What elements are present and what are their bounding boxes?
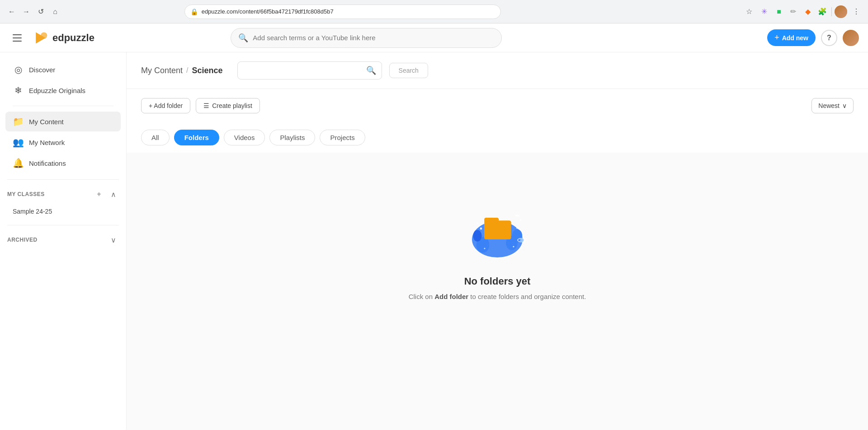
global-search-icon: 🔍 bbox=[238, 33, 248, 43]
my-classes-actions: + ∧ bbox=[94, 189, 119, 200]
discover-label: Discover bbox=[29, 66, 55, 74]
svg-point-6 bbox=[473, 230, 481, 242]
breadcrumb-current: Science bbox=[192, 66, 223, 75]
add-folder-button[interactable]: + Add folder bbox=[141, 98, 190, 113]
hamburger-button[interactable] bbox=[9, 30, 25, 46]
browser-nav-buttons: ← → ↺ ⌂ bbox=[5, 5, 61, 18]
hamburger-icon bbox=[13, 34, 22, 42]
empty-title: No folders yet bbox=[464, 276, 531, 287]
sidebar-divider-2 bbox=[7, 179, 119, 180]
sidebar-item-my-network[interactable]: 👥 My Network bbox=[5, 132, 121, 152]
help-button[interactable]: ? bbox=[821, 30, 837, 46]
add-new-button[interactable]: + Add new bbox=[767, 29, 816, 46]
create-playlist-label: Create playlist bbox=[212, 102, 252, 109]
bookmark-button[interactable]: ☆ bbox=[743, 5, 755, 18]
home-button[interactable]: ⌂ bbox=[49, 5, 61, 18]
compass-icon: ◎ bbox=[13, 64, 24, 75]
content-header: My Content / Science 🔍 Search bbox=[127, 52, 868, 89]
sort-dropdown[interactable]: Newest ∨ bbox=[811, 98, 854, 113]
archived-section[interactable]: ARCHIVED ∨ bbox=[0, 231, 126, 249]
create-playlist-button[interactable]: ☰ Create playlist bbox=[196, 98, 260, 113]
filter-tab-playlists[interactable]: Playlists bbox=[269, 130, 315, 145]
back-button[interactable]: ← bbox=[5, 5, 18, 18]
filter-tabs: All Folders Videos Playlists Projects bbox=[127, 122, 868, 153]
my-classes-title: MY CLASSES bbox=[7, 191, 45, 197]
empty-description: Click on Add folder to create folders an… bbox=[409, 293, 586, 300]
sidebar-item-notifications[interactable]: 🔔 Notifications bbox=[5, 153, 121, 173]
svg-text:★: ★ bbox=[519, 218, 522, 222]
svg-point-16 bbox=[520, 238, 524, 242]
breadcrumb-separator: / bbox=[186, 66, 188, 75]
nav-actions: + Add new ? bbox=[767, 29, 859, 46]
archived-title: ARCHIVED bbox=[7, 237, 38, 243]
logo[interactable]: edpuzzle bbox=[33, 30, 94, 46]
originals-label: Edpuzzle Originals bbox=[29, 87, 85, 94]
page-content: My Content / Science 🔍 Search + Add fold… bbox=[127, 52, 868, 430]
user-avatar[interactable] bbox=[843, 30, 859, 46]
breadcrumb: My Content / Science bbox=[141, 66, 223, 75]
global-search[interactable]: 🔍 bbox=[231, 28, 502, 48]
url-text: edpuzzle.com/content/66f5ba472179df1fc80… bbox=[202, 8, 495, 15]
browser-actions: ☆ ✳ ■ ✏ ◆ 🧩 ⋮ bbox=[743, 5, 863, 18]
filter-tab-projects[interactable]: Projects bbox=[320, 130, 365, 145]
svg-text:✦: ✦ bbox=[476, 221, 479, 226]
expand-archived-button[interactable]: ∨ bbox=[108, 234, 119, 245]
plus-icon: + bbox=[774, 33, 779, 42]
ext-orange[interactable]: ◆ bbox=[802, 5, 814, 18]
network-icon: 👥 bbox=[13, 137, 24, 148]
sidebar-divider-1 bbox=[13, 106, 113, 106]
filter-tab-folders[interactable]: Folders bbox=[174, 130, 219, 145]
svg-point-11 bbox=[516, 227, 518, 229]
logo-icon bbox=[33, 30, 49, 46]
sort-label: Newest bbox=[818, 102, 840, 109]
sidebar-nav: ◎ Discover ❄ Edpuzzle Originals 📁 My Con… bbox=[0, 60, 126, 174]
ext-green[interactable]: ■ bbox=[773, 5, 785, 18]
top-nav: edpuzzle 🔍 + Add new ? bbox=[0, 23, 868, 52]
sidebar-divider-3 bbox=[7, 225, 119, 225]
separator bbox=[831, 7, 832, 16]
svg-point-12 bbox=[513, 246, 514, 247]
sidebar-item-my-content[interactable]: 📁 My Content bbox=[5, 112, 121, 131]
class-name: Sample 24-25 bbox=[13, 208, 52, 215]
browser-chrome: ← → ↺ ⌂ 🔒 edpuzzle.com/content/66f5ba472… bbox=[0, 0, 868, 23]
add-new-label: Add new bbox=[782, 34, 808, 42]
add-folder-label: + Add folder bbox=[149, 102, 183, 109]
filter-tab-videos[interactable]: Videos bbox=[224, 130, 265, 145]
sidebar-item-originals[interactable]: ❄ Edpuzzle Originals bbox=[5, 80, 121, 100]
forward-button[interactable]: → bbox=[20, 5, 33, 18]
add-class-button[interactable]: + bbox=[94, 189, 104, 200]
filter-tab-all[interactable]: All bbox=[141, 130, 170, 145]
bell-icon: 🔔 bbox=[13, 158, 24, 168]
ext-puzzle[interactable]: 🧩 bbox=[816, 5, 829, 18]
folder-svg: ✦ ★ bbox=[461, 189, 533, 261]
search-button[interactable]: Search bbox=[389, 63, 428, 78]
svg-point-10 bbox=[480, 228, 482, 230]
notifications-label: Notifications bbox=[29, 159, 66, 167]
my-network-label: My Network bbox=[29, 139, 65, 146]
browser-user-avatar[interactable] bbox=[835, 5, 847, 18]
breadcrumb-root[interactable]: My Content bbox=[141, 66, 183, 75]
main-container: ◎ Discover ❄ Edpuzzle Originals 📁 My Con… bbox=[0, 52, 868, 430]
ext-snowflake[interactable]: ✳ bbox=[758, 5, 771, 18]
global-search-input[interactable] bbox=[253, 34, 494, 42]
chrome-more-button[interactable]: ⋮ bbox=[850, 5, 863, 18]
content-search-icon: 🔍 bbox=[366, 65, 376, 75]
empty-state: ✦ ★ No folders yet Click on Add folder t… bbox=[127, 153, 868, 337]
extension-icons: ✳ ■ ✏ ◆ 🧩 bbox=[758, 5, 829, 18]
folder-icon: 📁 bbox=[13, 116, 24, 127]
playlist-icon: ☰ bbox=[203, 102, 209, 109]
class-item-sample[interactable]: Sample 24-25 bbox=[5, 204, 121, 219]
content-search-input[interactable] bbox=[243, 67, 366, 74]
sidebar: ◎ Discover ❄ Edpuzzle Originals 📁 My Con… bbox=[0, 52, 127, 430]
collapse-classes-button[interactable]: ∧ bbox=[108, 189, 119, 200]
ext-pen[interactable]: ✏ bbox=[787, 5, 800, 18]
reload-button[interactable]: ↺ bbox=[34, 5, 47, 18]
content-search-bar[interactable]: 🔍 bbox=[237, 61, 382, 79]
svg-rect-9 bbox=[484, 220, 511, 239]
content-toolbar: + Add folder ☰ Create playlist Newest ∨ bbox=[127, 89, 868, 122]
address-bar[interactable]: 🔒 edpuzzle.com/content/66f5ba472179df1fc… bbox=[184, 5, 501, 19]
sidebar-item-discover[interactable]: ◎ Discover bbox=[5, 60, 121, 79]
my-classes-section[interactable]: MY CLASSES + ∧ bbox=[0, 185, 126, 203]
svg-point-1 bbox=[41, 32, 47, 38]
svg-point-13 bbox=[484, 248, 485, 249]
